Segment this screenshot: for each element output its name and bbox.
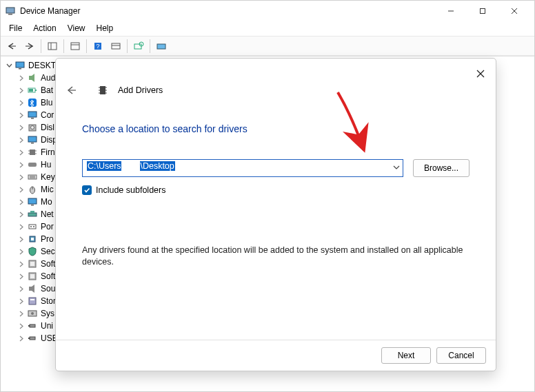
browse-button[interactable]: Browse...: [413, 159, 470, 177]
tree-item-label: Sou: [41, 284, 55, 293]
svg-rect-58: [30, 299, 34, 300]
chevron-right-icon[interactable]: [17, 285, 26, 293]
chevron-right-icon[interactable]: [17, 260, 26, 268]
tree-item-label: Disl: [41, 123, 54, 132]
svg-point-49: [33, 226, 34, 227]
chevron-right-icon[interactable]: [17, 223, 26, 231]
disk-icon: [27, 122, 38, 133]
help-icon[interactable]: ?: [90, 38, 106, 54]
cancel-button[interactable]: Cancel: [436, 347, 486, 364]
tree-item-label: Bat: [41, 85, 53, 95]
svg-rect-57: [29, 298, 36, 305]
chevron-right-icon[interactable]: [17, 272, 26, 280]
computer-icon: [14, 60, 26, 71]
tree-item-label: Pro: [41, 234, 54, 244]
close-button[interactable]: [498, 1, 530, 21]
tree-item-label: Soft: [41, 259, 55, 269]
svg-rect-51: [31, 238, 34, 240]
chevron-right-icon[interactable]: [17, 123, 26, 132]
chevron-right-icon[interactable]: [17, 235, 26, 243]
svg-rect-30: [28, 136, 37, 142]
svg-rect-62: [28, 325, 30, 327]
svg-rect-46: [30, 211, 34, 213]
chevron-right-icon[interactable]: [17, 173, 26, 181]
chevron-right-icon[interactable]: [17, 111, 26, 119]
minimize-button[interactable]: [435, 1, 467, 21]
chevron-right-icon[interactable]: [17, 297, 26, 305]
properties-icon[interactable]: [67, 38, 83, 54]
tree-item-label: Stor: [41, 296, 56, 306]
include-subfolders-checkbox[interactable]: [82, 185, 92, 195]
menu-view[interactable]: View: [62, 21, 91, 36]
monitor-icon: [27, 134, 38, 145]
svg-rect-32: [30, 149, 35, 155]
svg-rect-27: [31, 118, 34, 119]
svg-rect-43: [28, 198, 37, 204]
chevron-right-icon[interactable]: [17, 74, 26, 82]
svg-rect-1: [8, 14, 12, 15]
show-hide-tree-icon[interactable]: [44, 38, 61, 54]
chevron-right-icon[interactable]: [17, 309, 26, 318]
chevron-right-icon[interactable]: [17, 247, 26, 256]
titlebar: Device Manager: [1, 1, 534, 21]
tree-item-label: Firn: [41, 147, 55, 157]
location-combobox[interactable]: C:\Users____\Desktop: [82, 159, 403, 177]
toolbar-separator: [41, 39, 41, 53]
system-icon: [27, 308, 38, 319]
chevron-right-icon[interactable]: [17, 161, 26, 169]
toolbar-icon[interactable]: [108, 38, 124, 54]
chevron-down-icon[interactable]: [5, 61, 13, 70]
menu-action[interactable]: Action: [28, 21, 61, 36]
tree-item-label: Aud: [41, 73, 55, 83]
svg-rect-10: [71, 43, 79, 50]
dialog-header: Add Drivers: [56, 59, 496, 104]
menu-file[interactable]: File: [3, 21, 28, 36]
svg-rect-19: [16, 62, 24, 68]
svg-text:?: ?: [96, 43, 99, 50]
chevron-right-icon[interactable]: [17, 136, 26, 144]
tree-item-label: Hu: [41, 160, 51, 169]
menu-help[interactable]: Help: [91, 21, 119, 36]
chevron-right-icon[interactable]: [17, 198, 26, 206]
svg-rect-24: [29, 89, 33, 92]
chevron-right-icon[interactable]: [17, 334, 26, 342]
chevron-down-icon[interactable]: [393, 163, 400, 173]
back-button-icon[interactable]: [3, 38, 20, 54]
tree-item-label: Sec: [41, 247, 55, 256]
toolbar-separator: [127, 39, 128, 53]
speaker-icon: [27, 72, 38, 83]
tree-item-label: Uni: [41, 321, 53, 331]
chevron-right-icon[interactable]: [17, 86, 26, 94]
menubar: File Action View Help: [1, 21, 534, 37]
window-title: Device Manager: [20, 6, 435, 16]
chevron-right-icon[interactable]: [17, 185, 26, 194]
toolbar-separator: [86, 39, 87, 53]
scan-hardware-icon[interactable]: [130, 38, 147, 54]
svg-rect-3: [481, 9, 485, 14]
svg-rect-16: [134, 44, 141, 49]
svg-rect-31: [31, 143, 34, 144]
battery-icon: [27, 85, 38, 96]
svg-point-29: [31, 126, 34, 130]
cpu-icon: [27, 234, 38, 245]
chevron-right-icon[interactable]: [17, 148, 26, 156]
monitor-icon: [27, 196, 38, 207]
chevron-right-icon[interactable]: [17, 322, 26, 330]
dialog-close-button[interactable]: [471, 64, 490, 83]
next-button[interactable]: Next: [381, 347, 431, 364]
forward-button-icon[interactable]: [21, 38, 38, 54]
window-controls: [435, 1, 530, 21]
chevron-right-icon[interactable]: [17, 99, 26, 107]
network-icon: [27, 209, 38, 220]
maximize-button[interactable]: [467, 1, 498, 21]
chip-icon: [97, 85, 108, 96]
dialog-info-text: Any drivers found at the specified locat…: [82, 245, 470, 268]
dialog-back-button[interactable]: [64, 83, 78, 97]
dialog-footer: Next Cancel: [56, 340, 496, 371]
chevron-right-icon[interactable]: [17, 210, 26, 218]
tree-item-label: Sys: [41, 309, 54, 318]
storage-icon: [27, 296, 38, 307]
svg-rect-37: [28, 163, 37, 167]
add-driver-icon[interactable]: [153, 38, 170, 54]
svg-point-48: [30, 226, 32, 227]
